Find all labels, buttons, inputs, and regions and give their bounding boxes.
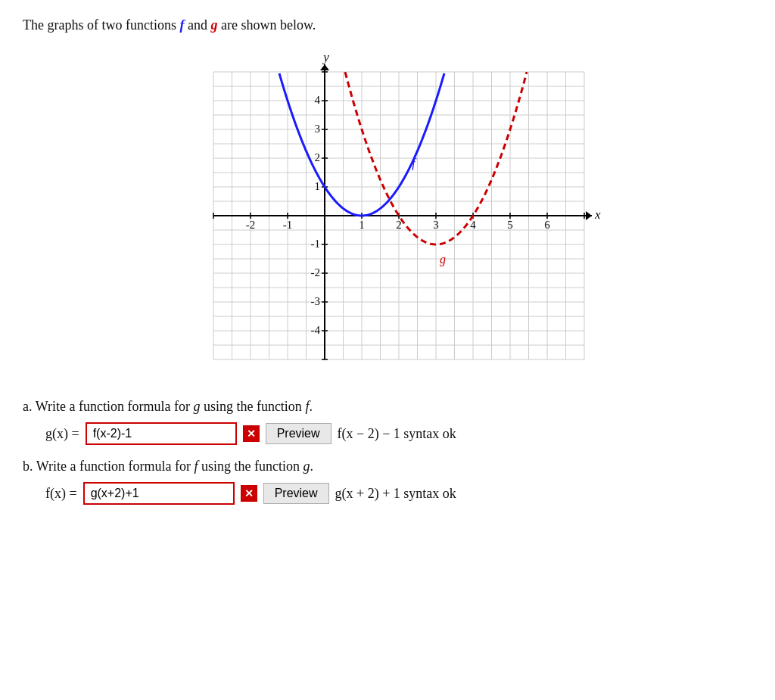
question-b-text3: . [310,459,313,474]
eq-label-a: g(x) = [45,426,79,442]
question-b-text2: using the function [198,459,303,474]
question-b: b. Write a function formula for f using … [23,459,752,505]
answer-input-b[interactable] [83,482,235,505]
preview-btn-a[interactable]: Preview [266,423,331,444]
answer-row-b: f(x) = ✕ Preview g(x + 2) + 1 syntax ok [45,482,752,505]
preview-result-b: g(x + 2) + 1 syntax ok [335,486,456,502]
graph-canvas [168,49,607,382]
question-a-text2: using the function [200,399,305,414]
eq-label-b: f(x) = [45,486,77,502]
question-a: a. Write a function formula for g using … [23,399,752,445]
intro-suffix: are shown below. [217,17,316,33]
question-a-text: Write a function formula for [36,399,194,414]
intro-middle: and [184,17,210,33]
question-b-text: Write a function formula for [36,459,195,474]
graph-container [23,49,752,382]
question-b-label: b. [23,459,33,474]
answer-input-a[interactable] [86,422,237,445]
clear-btn-a[interactable]: ✕ [243,425,260,442]
question-a-text3: . [309,399,313,414]
question-a-label: a. [23,399,33,414]
intro-text: The graphs of two functions f and g are … [23,15,752,36]
answer-row-a: g(x) = ✕ Preview f(x − 2) − 1 syntax ok [45,422,752,445]
intro-prefix: The graphs of two functions [23,17,179,33]
preview-result-a: f(x − 2) − 1 syntax ok [338,426,456,442]
clear-btn-b[interactable]: ✕ [241,485,257,502]
preview-btn-b[interactable]: Preview [263,483,329,504]
